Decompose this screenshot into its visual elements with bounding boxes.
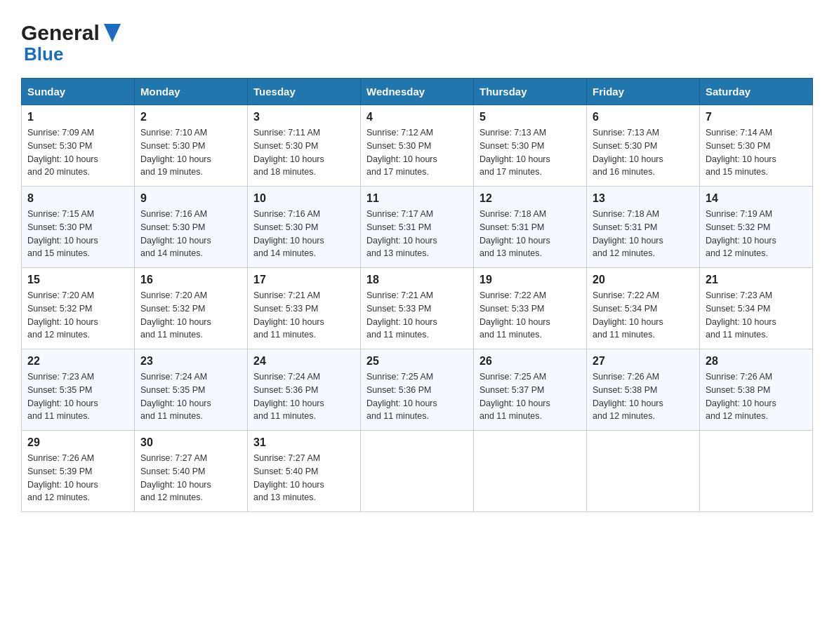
day-number: 16 [140, 274, 241, 286]
calendar-cell: 13 Sunrise: 7:18 AM Sunset: 5:31 PM Dayl… [587, 187, 700, 268]
calendar-week-row: 1 Sunrise: 7:09 AM Sunset: 5:30 PM Dayli… [22, 105, 813, 187]
logo-blue: Blue [24, 43, 63, 65]
calendar-week-row: 15 Sunrise: 7:20 AM Sunset: 5:32 PM Dayl… [22, 268, 813, 349]
day-info: Sunrise: 7:09 AM Sunset: 5:30 PM Dayligh… [27, 126, 128, 179]
day-info: Sunrise: 7:12 AM Sunset: 5:30 PM Dayligh… [366, 126, 468, 179]
day-info: Sunrise: 7:13 AM Sunset: 5:30 PM Dayligh… [479, 126, 581, 179]
column-header-thursday: Thursday [474, 79, 587, 105]
day-info: Sunrise: 7:20 AM Sunset: 5:32 PM Dayligh… [140, 289, 241, 342]
day-info: Sunrise: 7:22 AM Sunset: 5:33 PM Dayligh… [479, 289, 581, 342]
column-header-tuesday: Tuesday [248, 79, 361, 105]
calendar-cell: 19 Sunrise: 7:22 AM Sunset: 5:33 PM Dayl… [474, 268, 587, 349]
calendar-cell: 12 Sunrise: 7:18 AM Sunset: 5:31 PM Dayl… [474, 187, 587, 268]
day-info: Sunrise: 7:27 AM Sunset: 5:40 PM Dayligh… [140, 452, 241, 504]
day-info: Sunrise: 7:16 AM Sunset: 5:30 PM Dayligh… [140, 208, 241, 260]
calendar-cell: 28 Sunrise: 7:26 AM Sunset: 5:38 PM Dayl… [700, 349, 813, 431]
svg-marker-0 [104, 24, 121, 42]
calendar-cell: 7 Sunrise: 7:14 AM Sunset: 5:30 PM Dayli… [700, 105, 813, 187]
calendar-cell [587, 431, 700, 512]
day-number: 13 [593, 192, 694, 205]
calendar-cell: 25 Sunrise: 7:25 AM Sunset: 5:36 PM Dayl… [361, 349, 474, 431]
day-info: Sunrise: 7:15 AM Sunset: 5:30 PM Dayligh… [27, 208, 128, 260]
day-number: 25 [366, 355, 468, 368]
calendar-cell: 24 Sunrise: 7:24 AM Sunset: 5:36 PM Dayl… [248, 349, 361, 431]
column-header-wednesday: Wednesday [361, 79, 474, 105]
day-number: 14 [706, 192, 807, 205]
day-number: 23 [140, 355, 241, 368]
day-info: Sunrise: 7:21 AM Sunset: 5:33 PM Dayligh… [366, 289, 468, 342]
calendar-cell: 23 Sunrise: 7:24 AM Sunset: 5:35 PM Dayl… [135, 349, 248, 431]
calendar-cell: 1 Sunrise: 7:09 AM Sunset: 5:30 PM Dayli… [22, 105, 135, 187]
calendar-week-row: 8 Sunrise: 7:15 AM Sunset: 5:30 PM Dayli… [22, 187, 813, 268]
day-number: 5 [479, 111, 581, 123]
column-header-sunday: Sunday [22, 79, 135, 105]
day-number: 7 [706, 111, 807, 123]
calendar-cell: 16 Sunrise: 7:20 AM Sunset: 5:32 PM Dayl… [135, 268, 248, 349]
day-number: 9 [140, 192, 241, 205]
day-number: 29 [27, 436, 128, 449]
calendar-cell: 20 Sunrise: 7:22 AM Sunset: 5:34 PM Dayl… [587, 268, 700, 349]
day-info: Sunrise: 7:23 AM Sunset: 5:34 PM Dayligh… [706, 289, 807, 342]
day-number: 21 [706, 274, 807, 286]
calendar-cell: 27 Sunrise: 7:26 AM Sunset: 5:38 PM Dayl… [587, 349, 700, 431]
day-number: 27 [593, 355, 694, 368]
calendar-cell: 17 Sunrise: 7:21 AM Sunset: 5:33 PM Dayl… [248, 268, 361, 349]
day-number: 15 [27, 274, 128, 286]
day-info: Sunrise: 7:24 AM Sunset: 5:36 PM Dayligh… [253, 370, 355, 423]
day-info: Sunrise: 7:13 AM Sunset: 5:30 PM Dayligh… [593, 126, 694, 179]
day-info: Sunrise: 7:16 AM Sunset: 5:30 PM Dayligh… [253, 208, 355, 260]
calendar-cell: 26 Sunrise: 7:25 AM Sunset: 5:37 PM Dayl… [474, 349, 587, 431]
logo: General Blue [21, 14, 124, 65]
day-number: 26 [479, 355, 581, 368]
day-number: 30 [140, 436, 241, 449]
column-header-friday: Friday [587, 79, 700, 105]
calendar-cell: 4 Sunrise: 7:12 AM Sunset: 5:30 PM Dayli… [361, 105, 474, 187]
day-number: 4 [366, 111, 468, 123]
calendar-cell: 15 Sunrise: 7:20 AM Sunset: 5:32 PM Dayl… [22, 268, 135, 349]
day-number: 6 [593, 111, 694, 123]
column-header-saturday: Saturday [700, 79, 813, 105]
day-number: 31 [253, 436, 355, 449]
day-info: Sunrise: 7:27 AM Sunset: 5:40 PM Dayligh… [253, 452, 355, 504]
calendar-week-row: 29 Sunrise: 7:26 AM Sunset: 5:39 PM Dayl… [22, 431, 813, 512]
day-number: 8 [27, 192, 128, 205]
day-number: 18 [366, 274, 468, 286]
calendar-header-row: SundayMondayTuesdayWednesdayThursdayFrid… [22, 79, 813, 105]
day-number: 17 [253, 274, 355, 286]
day-number: 11 [366, 192, 468, 205]
calendar-cell [361, 431, 474, 512]
day-number: 24 [253, 355, 355, 368]
calendar-cell: 5 Sunrise: 7:13 AM Sunset: 5:30 PM Dayli… [474, 105, 587, 187]
day-number: 28 [706, 355, 807, 368]
calendar-cell [700, 431, 813, 512]
calendar-cell: 14 Sunrise: 7:19 AM Sunset: 5:32 PM Dayl… [700, 187, 813, 268]
day-number: 19 [479, 274, 581, 286]
day-info: Sunrise: 7:22 AM Sunset: 5:34 PM Dayligh… [593, 289, 694, 342]
day-info: Sunrise: 7:23 AM Sunset: 5:35 PM Dayligh… [27, 370, 128, 423]
day-number: 22 [27, 355, 128, 368]
day-info: Sunrise: 7:25 AM Sunset: 5:37 PM Dayligh… [479, 370, 581, 423]
day-number: 2 [140, 111, 241, 123]
day-info: Sunrise: 7:10 AM Sunset: 5:30 PM Dayligh… [140, 126, 241, 179]
calendar-cell: 11 Sunrise: 7:17 AM Sunset: 5:31 PM Dayl… [361, 187, 474, 268]
day-info: Sunrise: 7:24 AM Sunset: 5:35 PM Dayligh… [140, 370, 241, 423]
calendar-week-row: 22 Sunrise: 7:23 AM Sunset: 5:35 PM Dayl… [22, 349, 813, 431]
calendar-cell: 9 Sunrise: 7:16 AM Sunset: 5:30 PM Dayli… [135, 187, 248, 268]
day-info: Sunrise: 7:25 AM Sunset: 5:36 PM Dayligh… [366, 370, 468, 423]
day-number: 10 [253, 192, 355, 205]
day-info: Sunrise: 7:20 AM Sunset: 5:32 PM Dayligh… [27, 289, 128, 342]
day-number: 20 [593, 274, 694, 286]
calendar-cell [474, 431, 587, 512]
calendar-cell: 8 Sunrise: 7:15 AM Sunset: 5:30 PM Dayli… [22, 187, 135, 268]
day-info: Sunrise: 7:14 AM Sunset: 5:30 PM Dayligh… [706, 126, 807, 179]
calendar-cell: 22 Sunrise: 7:23 AM Sunset: 5:35 PM Dayl… [22, 349, 135, 431]
calendar-cell: 2 Sunrise: 7:10 AM Sunset: 5:30 PM Dayli… [135, 105, 248, 187]
day-number: 12 [479, 192, 581, 205]
day-info: Sunrise: 7:18 AM Sunset: 5:31 PM Dayligh… [593, 208, 694, 260]
day-info: Sunrise: 7:26 AM Sunset: 5:38 PM Dayligh… [593, 370, 694, 423]
calendar-cell: 6 Sunrise: 7:13 AM Sunset: 5:30 PM Dayli… [587, 105, 700, 187]
logo-icon [101, 20, 124, 46]
day-info: Sunrise: 7:19 AM Sunset: 5:32 PM Dayligh… [706, 208, 807, 260]
calendar-cell: 3 Sunrise: 7:11 AM Sunset: 5:30 PM Dayli… [248, 105, 361, 187]
calendar-cell: 10 Sunrise: 7:16 AM Sunset: 5:30 PM Dayl… [248, 187, 361, 268]
